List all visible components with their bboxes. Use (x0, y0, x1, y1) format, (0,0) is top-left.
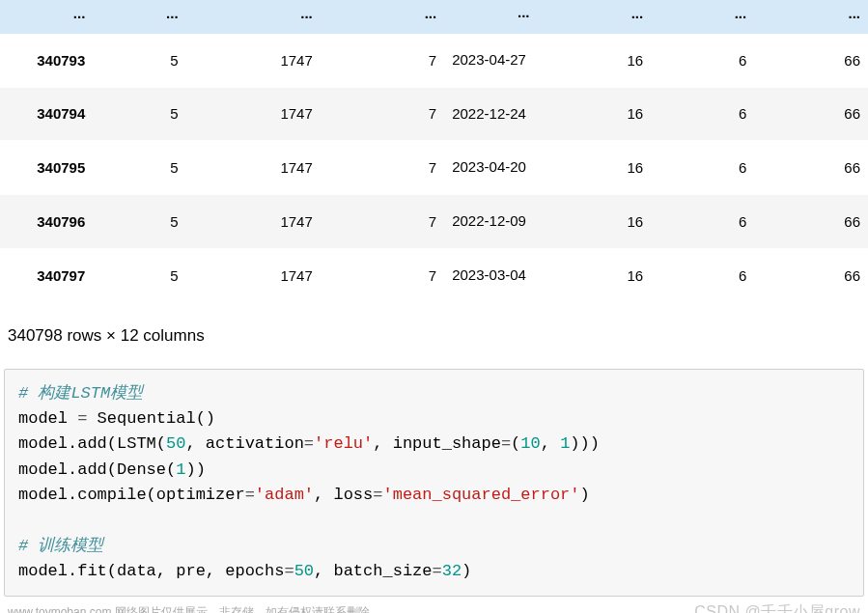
ellipsis-cell: ... (537, 0, 651, 34)
ellipsis-row: ... ... ... ... ... ... ... ... (0, 0, 868, 34)
code-token: , loss (314, 486, 373, 504)
row-index: 340795 (0, 141, 93, 195)
watermark-right: CSDN @千千小屋grow (694, 602, 860, 613)
ellipsis-cell: ... (93, 0, 185, 34)
cell: 16 (537, 195, 651, 249)
dataframe-table: ... ... ... ... ... ... ... ... 340793 5… (0, 0, 868, 303)
cell: 7 (321, 87, 444, 141)
cell: 16 (537, 248, 651, 302)
cell: 5 (93, 141, 185, 195)
code-token: , activation (185, 434, 303, 453)
cell: 6 (651, 34, 754, 87)
code-token: ) (580, 486, 590, 504)
cell-date: 2023-03-04 (444, 248, 537, 302)
cell: 1747 (186, 248, 321, 302)
ellipsis-cell: ... (754, 0, 868, 34)
code-comment: # 训练模型 (18, 537, 103, 555)
code-token: model.fit(data, pre, epochs (18, 562, 284, 580)
code-token: Sequential() (87, 409, 215, 428)
code-token: 'mean_squared_error' (382, 486, 579, 504)
dataframe-summary: 340798 rows × 12 columns (0, 303, 868, 363)
code-token: = (245, 486, 255, 504)
row-index: 340794 (0, 87, 93, 141)
cell: 1747 (186, 141, 321, 195)
cell: 7 (321, 34, 444, 87)
cell: 1747 (186, 34, 321, 87)
cell: 66 (754, 141, 868, 195)
cell: 6 (651, 141, 754, 195)
code-token: = (501, 434, 511, 453)
code-token: model.add(Dense( (18, 460, 176, 479)
table-row: 340796 5 1747 7 2022-12-09 16 6 66 (0, 195, 868, 249)
cell: 6 (651, 87, 754, 141)
cell: 16 (537, 141, 651, 195)
table-row: 340793 5 1747 7 2023-04-27 16 6 66 (0, 34, 868, 87)
table-row: 340795 5 1747 7 2023-04-20 16 6 66 (0, 141, 868, 195)
cell: 7 (321, 195, 444, 249)
ellipsis-cell: ... (321, 0, 444, 34)
table: ... ... ... ... ... ... ... ... 340793 5… (0, 0, 868, 303)
code-token: 32 (442, 562, 462, 580)
code-token: , input_shape (373, 434, 501, 453)
cell: 5 (93, 248, 185, 302)
cell: 66 (754, 195, 868, 249)
code-token: 'adam' (255, 486, 314, 504)
code-token: 50 (294, 562, 314, 580)
cell: 6 (651, 248, 754, 302)
cell: 66 (754, 248, 868, 302)
code-token: 1 (176, 460, 185, 479)
cell: 66 (754, 34, 868, 87)
code-cell[interactable]: # 构建LSTM模型 model = Sequential() model.ad… (4, 369, 864, 598)
code-token: model.add(LSTM( (18, 434, 166, 453)
watermark-row: www.toymoban.com 网络图片仅供展示，非存储，如有侵权请联系删除。… (0, 597, 868, 613)
code-token: = (373, 486, 382, 504)
cell: 1747 (186, 87, 321, 141)
code-token: = (432, 562, 441, 580)
code-token: 1 (560, 434, 570, 453)
cell: 6 (651, 195, 754, 249)
cell: 7 (321, 141, 444, 195)
row-index: 340793 (0, 34, 93, 87)
code-token: model.compile(optimizer (18, 486, 245, 504)
ellipsis-cell: ... (0, 0, 93, 34)
code-token: 'relu' (314, 434, 373, 453)
table-row: 340797 5 1747 7 2023-03-04 16 6 66 (0, 248, 868, 302)
cell-date: 2022-12-24 (444, 87, 537, 141)
code-token: = (77, 409, 87, 428)
code-token: , (541, 434, 560, 453)
code-token: = (284, 562, 294, 580)
cell-date: 2022-12-09 (444, 195, 537, 249)
code-token: ))) (570, 434, 600, 453)
cell: 5 (93, 87, 185, 141)
watermark-left: www.toymoban.com 网络图片仅供展示，非存储，如有侵权请联系删除。 (8, 604, 381, 613)
row-index: 340796 (0, 195, 93, 249)
code-token: model (18, 409, 77, 428)
code-token: 10 (520, 434, 540, 453)
ellipsis-cell: ... (186, 0, 321, 34)
ellipsis-cell: ... (444, 0, 537, 34)
ellipsis-cell: ... (651, 0, 754, 34)
cell: 7 (321, 248, 444, 302)
cell: 66 (754, 87, 868, 141)
code-token: 50 (166, 434, 185, 453)
cell: 5 (93, 34, 185, 87)
row-index: 340797 (0, 248, 93, 302)
cell: 1747 (186, 195, 321, 249)
cell: 16 (537, 34, 651, 87)
code-token: , batch_size (314, 562, 432, 580)
code-token: )) (185, 460, 205, 479)
code-token: ( (511, 434, 520, 453)
code-token: = (304, 434, 314, 453)
cell: 5 (93, 195, 185, 249)
cell-date: 2023-04-20 (444, 141, 537, 195)
code-comment: # 构建LSTM模型 (18, 384, 143, 403)
cell-date: 2023-04-27 (444, 34, 537, 87)
cell: 16 (537, 87, 651, 141)
code-token: ) (462, 562, 471, 580)
table-row: 340794 5 1747 7 2022-12-24 16 6 66 (0, 87, 868, 141)
